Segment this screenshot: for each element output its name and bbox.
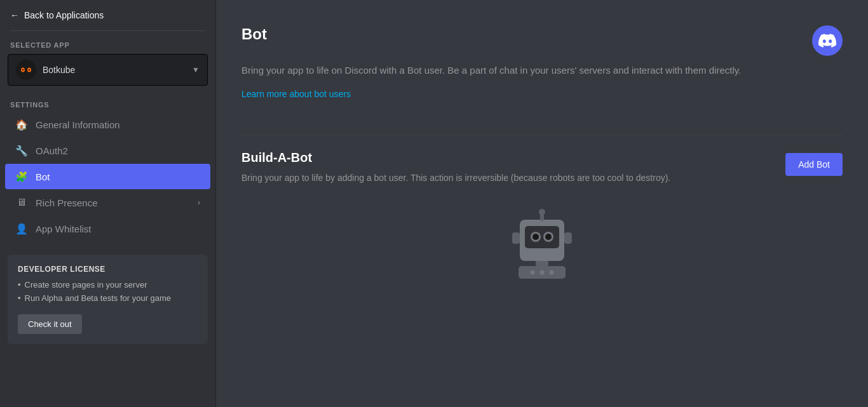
- section-divider: [241, 135, 843, 135]
- back-to-applications-link[interactable]: ← Back to Applications: [0, 0, 215, 30]
- app-avatar-icon: [16, 60, 36, 80]
- main-content: Bot Bring your app to life on Discord wi…: [216, 0, 868, 407]
- sidebar-item-bot[interactable]: 🧩 Bot: [5, 164, 210, 189]
- robot-svg-icon: [501, 204, 583, 286]
- sidebar-item-rich-presence[interactable]: 🖥 Rich Presence ›: [5, 190, 210, 215]
- page-header: Bot: [241, 25, 843, 56]
- app-avatar: [16, 60, 36, 80]
- check-it-out-button[interactable]: Check it out: [18, 314, 82, 334]
- build-a-bot-description: Bring your app to life by adding a bot u…: [241, 171, 718, 185]
- page-description: Bring your app to life on Discord with a…: [241, 63, 813, 78]
- sidebar-item-label: OAuth2: [36, 145, 68, 156]
- selected-app-label: SELECTED APP: [0, 31, 215, 54]
- page-title: Bot: [241, 25, 267, 43]
- sidebar: ← Back to Applications SELECTED APP Botk…: [0, 0, 216, 407]
- app-selector-left: Botkube: [16, 60, 75, 80]
- add-bot-button[interactable]: Add Bot: [785, 153, 843, 176]
- sidebar-item-label: Rich Presence: [36, 197, 98, 208]
- back-arrow-icon: ←: [10, 10, 19, 20]
- svg-point-10: [545, 234, 552, 240]
- monitor-icon: 🖥: [15, 196, 28, 209]
- svg-point-19: [550, 270, 554, 274]
- developer-license-box: DEVELOPER LICENSE Create store pages in …: [8, 255, 208, 344]
- svg-point-0: [16, 60, 36, 80]
- app-selector[interactable]: Botkube ▼: [8, 54, 208, 86]
- app-name: Botkube: [43, 65, 75, 75]
- svg-point-18: [540, 270, 545, 274]
- learn-more-link[interactable]: Learn more about bot users: [241, 89, 351, 99]
- sidebar-item-general-information[interactable]: 🏠 General Information: [5, 112, 210, 137]
- puzzle-icon: 🧩: [15, 170, 28, 183]
- svg-point-3: [22, 69, 24, 70]
- build-a-bot-title: Build-A-Bot: [241, 150, 773, 165]
- svg-rect-13: [512, 232, 520, 244]
- sidebar-item-oauth2[interactable]: 🔧 OAuth2: [5, 138, 210, 163]
- home-icon: 🏠: [15, 118, 28, 131]
- dropdown-arrow-icon: ▼: [192, 65, 200, 74]
- wrench-icon: 🔧: [15, 144, 28, 157]
- svg-rect-15: [536, 261, 548, 266]
- discord-icon: [818, 32, 836, 50]
- svg-rect-14: [564, 232, 572, 244]
- chevron-right-icon: ›: [198, 198, 200, 207]
- discord-logo: [812, 25, 843, 56]
- svg-rect-6: [525, 226, 559, 248]
- svg-point-4: [29, 69, 30, 70]
- sidebar-nav: 🏠 General Information 🔧 OAuth2 🧩 Bot 🖥 R…: [0, 111, 215, 242]
- sidebar-item-app-whitelist[interactable]: 👤 App Whitelist: [5, 216, 210, 241]
- person-icon: 👤: [15, 222, 28, 235]
- sidebar-item-label: App Whitelist: [36, 224, 92, 234]
- settings-label: SETTINGS: [0, 96, 215, 111]
- dev-license-item-2: Run Alpha and Beta tests for your game: [18, 293, 198, 303]
- svg-point-17: [531, 270, 535, 274]
- svg-point-8: [532, 234, 539, 240]
- sidebar-item-label: Bot: [36, 171, 50, 182]
- build-a-bot-section: Build-A-Bot Bring your app to life by ad…: [241, 150, 843, 185]
- robot-illustration: [241, 204, 843, 286]
- back-label: Back to Applications: [24, 10, 104, 20]
- build-a-bot-left: Build-A-Bot Bring your app to life by ad…: [241, 150, 773, 185]
- svg-point-12: [539, 209, 545, 215]
- dev-license-list: Create store pages in your server Run Al…: [18, 280, 198, 303]
- dev-license-title: DEVELOPER LICENSE: [18, 265, 198, 274]
- sidebar-item-label: General Information: [36, 119, 120, 130]
- dev-license-item-1: Create store pages in your server: [18, 280, 198, 290]
